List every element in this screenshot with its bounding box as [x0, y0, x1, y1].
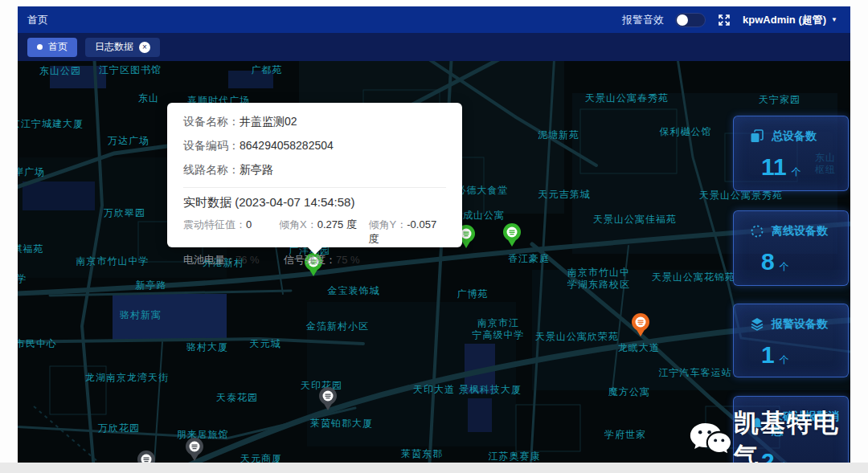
map[interactable]: 东山公园江宁区图书馆广都苑东山嘉顺时代广场南京江宁城建大厦万达广场海岸广场万欣翠… — [18, 61, 850, 463]
map-marker-offline[interactable] — [137, 451, 156, 463]
stat-unit: 个 — [780, 354, 789, 365]
battery-value: 76 % — [235, 254, 260, 266]
active-tab-dot — [37, 44, 43, 50]
tab-log-data[interactable]: 日志数据 × — [85, 38, 160, 57]
map-marker-offline[interactable] — [185, 438, 204, 462]
stat-value: 1 — [761, 341, 775, 368]
tab-home-label: 首页 — [48, 40, 68, 54]
map-marker-offline[interactable] — [318, 387, 338, 411]
tilt-y-label: 倾角Y： — [369, 218, 407, 230]
stat-label: 未确认报警消息 — [772, 410, 848, 438]
top-navbar: 首页 报警音效 kpwAdmin (超管) ▼ — [18, 6, 850, 33]
battery-label: 电池电量： — [183, 254, 235, 266]
device-info-popup: 设备名称：井盖监测02 设备编码：864294058282504 线路名称：新亭… — [167, 103, 462, 247]
line-name-value: 新亭路 — [240, 163, 273, 176]
fullscreen-icon[interactable] — [717, 13, 731, 27]
user-name: kpwAdmin (超管) — [743, 13, 826, 27]
realtime-timestamp: (2023-04-07 14:54:58) — [235, 195, 354, 209]
map-marker-online[interactable] — [502, 223, 522, 247]
toggle-knob — [677, 14, 688, 26]
user-menu[interactable]: kpwAdmin (超管) ▼ — [743, 13, 837, 27]
stat-unit: 个 — [780, 261, 789, 272]
popup-divider — [183, 187, 446, 188]
alarm-sound-label: 报警音效 — [622, 13, 664, 27]
stat-offline-devices[interactable]: 离线设备数 8个 — [733, 210, 849, 286]
line-name-label: 线路名称： — [183, 163, 240, 176]
alarm-sound-toggle[interactable] — [675, 13, 706, 27]
layers-icon — [750, 317, 764, 332]
device-name-label: 设备名称： — [183, 115, 240, 128]
close-icon[interactable]: × — [139, 42, 150, 53]
realtime-title: 实时数据 — [183, 195, 231, 209]
stat-unit: 个 — [792, 166, 801, 177]
vibration-value: 0 — [246, 218, 252, 230]
signal-value: 75 % — [336, 254, 360, 266]
map-marker-alarm[interactable] — [631, 313, 650, 337]
devices-icon — [750, 129, 764, 144]
offline-circle-icon — [750, 224, 764, 239]
chevron-down-icon: ▼ — [831, 16, 837, 23]
stat-alarm-devices[interactable]: 报警设备数 1个 — [733, 304, 849, 377]
stat-value: 8 — [761, 248, 775, 275]
tab-log-label: 日志数据 — [95, 40, 133, 54]
tab-home[interactable]: 首页 — [27, 38, 77, 57]
bell-icon — [750, 417, 764, 431]
tilt-x-value: 0.275 度 — [317, 218, 357, 230]
stat-label: 离线设备数 — [772, 224, 828, 239]
tab-bar: 首页 日志数据 × — [18, 33, 850, 61]
device-code-value: 864294058282504 — [240, 139, 334, 152]
tilt-x-label: 倾角X： — [279, 218, 317, 230]
signal-label: 信号强度： — [284, 254, 336, 266]
stat-label: 总设备数 — [772, 129, 817, 144]
stat-value: 11 — [761, 153, 787, 180]
breadcrumb: 首页 — [27, 13, 48, 27]
stat-unit: 个 — [780, 461, 789, 463]
stat-value: 2 — [761, 448, 775, 463]
stat-total-devices[interactable]: 总设备数 11个 — [733, 116, 849, 191]
stat-label: 报警设备数 — [772, 317, 828, 332]
device-name-value: 井盖监测02 — [240, 115, 297, 128]
device-code-label: 设备编码： — [183, 139, 240, 152]
app-window: 首页 报警音效 kpwAdmin (超管) ▼ 首页 — [18, 6, 850, 463]
bottom-strip — [0, 463, 868, 473]
stat-unconfirmed-alarms[interactable]: 未确认报警消息 2个 — [733, 396, 849, 463]
vibration-label: 震动特征值： — [183, 218, 246, 230]
